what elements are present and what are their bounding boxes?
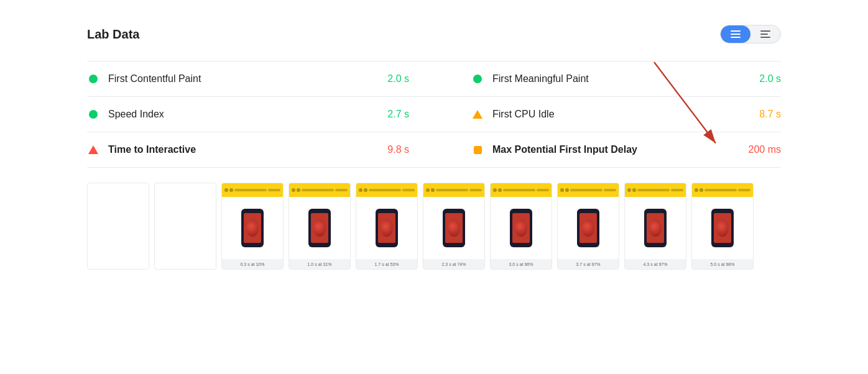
metric-value-first-contentful-paint: 2.0 s — [387, 73, 409, 84]
film-frame-blank-2 — [154, 183, 216, 270]
film-frame-8: 3.7 s at 97% — [557, 183, 619, 270]
triangle-orange-icon — [473, 110, 482, 119]
metric-value-first-cpu-idle: 8.7 s — [759, 109, 781, 120]
metric-icon-first-cpu-idle — [471, 108, 484, 121]
metric-value-time-to-interactive: 9.8 s — [387, 144, 409, 155]
metric-row-max-potential-fid: Max Potential First Input Delay 200 ms — [434, 132, 781, 168]
film-footer-text: 2.3 s at 74% — [442, 262, 466, 267]
film-header — [491, 183, 552, 197]
film-footer-text: 3.7 s at 97% — [576, 262, 601, 267]
film-body — [625, 197, 686, 259]
square-orange-icon — [474, 146, 482, 154]
circle-green-icon — [89, 75, 98, 83]
metric-value-first-meaningful-paint: 2.0 s — [759, 73, 781, 84]
film-body — [558, 197, 619, 259]
film-header — [423, 183, 484, 197]
film-phone — [443, 209, 465, 247]
film-phone — [711, 209, 734, 247]
filmstrip: 0.3 s at 10% 1.0 s at 31 — [87, 183, 781, 270]
metric-row-first-contentful-paint: First Contentful Paint 2.0 s — [87, 62, 434, 97]
triangle-red-icon — [88, 145, 98, 154]
metric-label-max-potential-fid: Max Potential First Input Delay — [492, 144, 739, 155]
film-frame-blank-1 — [87, 183, 149, 270]
metric-row-first-cpu-idle: First CPU Idle 8.7 s — [434, 97, 781, 132]
film-body — [692, 197, 753, 259]
circle-green-icon — [89, 110, 98, 119]
film-body — [356, 197, 417, 259]
film-header — [289, 183, 350, 197]
section-title: Lab Data — [87, 27, 139, 42]
metric-row-time-to-interactive: Time to Interactive 9.8 s — [87, 132, 434, 168]
film-body — [289, 197, 350, 259]
list-icon — [731, 30, 741, 38]
film-frame-3: 0.3 s at 10% — [221, 183, 284, 270]
film-body — [491, 197, 552, 259]
film-phone — [308, 209, 331, 247]
film-frame-5: 1.7 s at 53% — [356, 183, 418, 270]
metric-row-first-meaningful-paint: First Meaningful Paint 2.0 s — [434, 62, 781, 97]
film-frame-4: 1.0 s at 31% — [289, 183, 351, 270]
film-phone-screen — [579, 213, 597, 243]
film-body — [222, 197, 283, 259]
film-phone — [376, 209, 398, 247]
metric-icon-first-contentful-paint — [87, 73, 99, 85]
metric-value-max-potential-fid: 200 ms — [749, 144, 781, 155]
metric-label-time-to-interactive: Time to Interactive — [108, 144, 377, 155]
metric-icon-time-to-interactive — [87, 144, 99, 156]
view-toggle-group — [720, 25, 781, 43]
film-phone-screen — [311, 213, 328, 243]
film-header — [625, 183, 686, 197]
grid-icon — [760, 30, 770, 38]
metric-value-speed-index: 2.7 s — [387, 109, 409, 120]
film-phone — [241, 209, 264, 247]
metric-icon-first-meaningful-paint — [471, 73, 484, 85]
film-header — [558, 183, 619, 197]
film-footer-text: 3.0 s at 96% — [509, 262, 533, 267]
film-footer-text: 5.0 s at 98% — [711, 262, 735, 267]
film-phone-screen — [647, 213, 664, 243]
film-phone-screen — [714, 213, 731, 243]
film-phone — [577, 209, 599, 247]
film-phone — [510, 209, 532, 247]
metric-icon-max-potential-fid — [471, 144, 484, 156]
metric-label-first-meaningful-paint: First Meaningful Paint — [492, 73, 749, 84]
film-header — [222, 183, 283, 197]
metrics-grid: First Contentful Paint 2.0 s First Meani… — [87, 61, 781, 168]
metric-label-speed-index: Speed Index — [108, 109, 377, 120]
metric-row-speed-index: Speed Index 2.7 s — [87, 97, 434, 132]
film-phone-screen — [512, 213, 530, 243]
list-view-toggle[interactable] — [721, 25, 750, 43]
film-frame-10: 5.0 s at 98% — [691, 183, 754, 270]
film-frame-7: 3.0 s at 96% — [490, 183, 552, 270]
film-footer-text: 1.7 s at 53% — [375, 262, 399, 267]
film-phone — [644, 209, 667, 247]
metric-label-first-cpu-idle: First CPU Idle — [492, 109, 749, 120]
metric-icon-speed-index — [87, 108, 99, 121]
metric-label-first-contentful-paint: First Contentful Paint — [108, 73, 377, 84]
film-header — [692, 183, 753, 197]
film-header — [356, 183, 417, 197]
film-phone-screen — [244, 213, 261, 243]
film-footer-text: 0.3 s at 10% — [241, 262, 265, 267]
film-body — [423, 197, 484, 259]
film-frame-9: 4.3 s at 97% — [624, 183, 686, 270]
film-footer-text: 4.3 s at 97% — [644, 262, 668, 267]
film-phone-screen — [378, 213, 395, 243]
film-frame-6: 2.3 s at 74% — [423, 183, 485, 270]
film-footer-text: 1.0 s at 31% — [308, 262, 332, 267]
film-phone-screen — [445, 213, 463, 243]
grid-view-toggle[interactable] — [750, 25, 780, 43]
circle-green-icon — [473, 75, 482, 83]
